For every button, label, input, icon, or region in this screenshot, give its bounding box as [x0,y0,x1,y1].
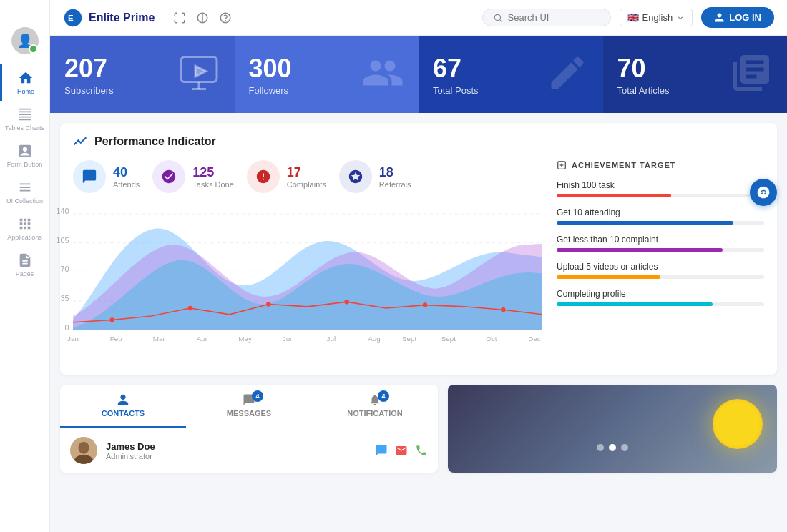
progress-bar-4 [557,302,713,306]
stat-cards: 207 Subscribers 300 Followers 67 [50,36,787,113]
phone-action-icon[interactable] [415,444,428,457]
expand-icon[interactable] [173,11,186,24]
contacts-card: CONTACTS MESSAGES 4 NOTIFICATION 4 [60,385,438,473]
svg-point-46 [78,442,89,454]
achievement-item-1: Get 10 attending [557,207,764,225]
progress-bar-0 [557,194,671,197]
bottom-section: CONTACTS MESSAGES 4 NOTIFICATION 4 [60,385,777,483]
sidebar-item-apps[interactable]: Applications [0,210,49,247]
svg-text:Jul: Jul [327,335,336,343]
email-action-icon[interactable] [395,444,408,457]
article-icon [730,51,773,97]
contacts-tab-icon [117,393,129,406]
sidebar: 👤 Home Tables Charts Form Button UI Coll… [0,0,50,532]
edit-icon [546,51,589,97]
page-content: 207 Subscribers 300 Followers 67 [50,36,787,532]
sidebar-label-tables: Tables Charts [5,124,44,132]
notification-badge: 4 [378,390,389,402]
login-button[interactable]: LOG IN [701,7,774,28]
svg-text:Apr: Apr [197,335,208,343]
achievement-item-4: Completing profile [557,289,764,306]
kpi-attends-label: Attends [113,180,140,189]
svg-text:May: May [238,335,252,343]
performance-section: Performance Indicator 40 Attends [60,123,777,375]
search-input[interactable] [508,12,594,23]
avatar[interactable]: 👤 [11,27,39,54]
chat-action-icon[interactable] [375,444,388,457]
followers-icon [361,51,404,97]
sidebar-label-form: Form Button [7,161,43,168]
performance-body: 40 Attends 125 Tasks Done [73,160,764,363]
sidebar-item-pages[interactable]: Pages [0,247,49,283]
tab-contacts[interactable]: CONTACTS [60,385,186,428]
image-card [448,385,777,473]
sidebar-label-ui: UI Collection [6,197,43,205]
kpi-referrals: 18 Referrals [339,160,411,193]
svg-point-26 [266,302,271,307]
svg-point-8 [494,14,500,20]
topbar-icons [173,11,232,24]
stat-card-posts: 67 Total Posts [419,36,603,113]
emoji-icon [756,185,771,200]
language-selector[interactable]: 🇬🇧 English [620,9,693,26]
sidebar-label-pages: Pages [16,270,34,277]
articles-number: 70 [617,54,670,84]
progress-bar-3 [557,275,660,279]
svg-text:105: 105 [56,236,69,245]
sidebar-item-form[interactable]: Form Button [0,137,49,174]
sidebar-item-tables[interactable]: Tables Charts [0,101,49,137]
stat-card-articles: 70 Total Articles [603,36,788,113]
performance-title: Performance Indicator [94,135,216,148]
svg-text:Oct: Oct [486,335,497,343]
subscribers-label: Subscribers [64,85,114,96]
kpi-tasks-value: 125 [192,165,233,180]
chevron-down-icon [676,14,685,22]
achievement-target: ACHIEVEMENT TARGET Finish 100 task Get 1… [557,160,764,363]
kpi-tasks-icon [152,160,185,193]
kpi-attends-icon [73,160,106,193]
tab-notification[interactable]: NOTIFICATION 4 [312,385,438,428]
contacts-tabs: CONTACTS MESSAGES 4 NOTIFICATION 4 [60,385,438,428]
svg-point-25 [188,306,193,311]
sun-decoration [713,399,763,449]
svg-text:Jan: Jan [67,335,79,343]
posts-label: Total Posts [433,85,479,96]
sidebar-item-ui[interactable]: UI Collection [0,174,49,210]
sidebar-label-apps: Applications [7,234,42,241]
svg-text:Mar: Mar [153,335,166,343]
svg-text:Feb: Feb [110,335,122,343]
achievement-item-3: Upload 5 videos or articles [557,262,764,279]
topbar: E Enlite Prime 🇬🇧 English LOG IN [50,0,787,36]
play-icon [177,51,220,97]
kpi-tasks: 125 Tasks Done [152,160,233,193]
contact-avatar [70,437,97,464]
contact-actions [375,444,428,457]
svg-text:0: 0 [64,323,69,332]
tab-messages[interactable]: MESSAGES 4 [186,385,312,428]
achievement-item-2: Get less than 10 complaint [557,235,764,252]
kpi-row: 40 Attends 125 Tasks Done [73,160,542,193]
svg-line-9 [499,19,502,21]
achievement-title: ACHIEVEMENT TARGET [557,160,764,170]
search-box[interactable] [482,9,611,26]
dot-3 [621,444,628,451]
subscribers-number: 207 [64,54,114,84]
svg-text:Dec: Dec [528,335,541,343]
help-icon[interactable] [219,11,232,24]
svg-point-28 [423,302,428,307]
contact-name: James Doe [106,441,155,452]
progress-bar-2 [557,248,723,252]
search-icon [493,13,503,23]
posts-number: 67 [433,54,479,84]
articles-label: Total Articles [617,85,670,96]
dot-1 [597,444,604,451]
float-action-button[interactable] [750,179,777,206]
contact-role: Administrator [106,452,155,460]
sidebar-item-home[interactable]: Home [0,64,49,101]
stat-card-subscribers: 207 Subscribers [50,36,235,113]
stat-card-followers: 300 Followers [235,36,419,113]
kpi-attends-value: 40 [113,165,140,180]
trend-icon [73,134,87,149]
contrast-icon[interactable] [196,11,209,24]
svg-text:Aug: Aug [368,335,380,343]
